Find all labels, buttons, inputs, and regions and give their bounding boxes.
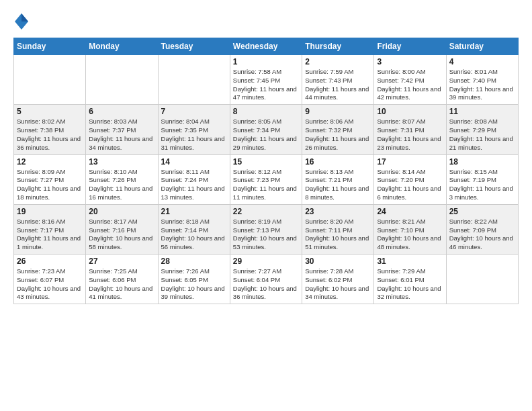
day-info: Sunrise: 8:06 AM Sunset: 7:32 PM Dayligh…	[305, 118, 371, 152]
day-number: 24	[377, 207, 443, 216]
calendar: SundayMondayTuesdayWednesdayThursdayFrid…	[13, 38, 519, 304]
calendar-cell: 3Sunrise: 8:00 AM Sunset: 7:42 PM Daylig…	[374, 55, 446, 105]
calendar-cell: 11Sunrise: 8:08 AM Sunset: 7:29 PM Dayli…	[446, 105, 518, 154]
day-number: 12	[17, 157, 83, 167]
day-info: Sunrise: 8:18 AM Sunset: 7:14 PM Dayligh…	[161, 218, 227, 252]
day-number: 16	[305, 157, 371, 167]
calendar-cell: 29Sunrise: 7:27 AM Sunset: 6:04 PM Dayli…	[230, 255, 302, 304]
calendar-row-1: 1Sunrise: 7:58 AM Sunset: 7:45 PM Daylig…	[14, 55, 519, 105]
calendar-cell: 14Sunrise: 8:11 AM Sunset: 7:24 PM Dayli…	[158, 154, 230, 204]
day-number: 5	[17, 107, 83, 116]
day-number: 6	[89, 107, 154, 116]
day-info: Sunrise: 8:10 AM Sunset: 7:26 PM Dayligh…	[89, 168, 154, 202]
weekday-header-monday: Monday	[86, 38, 158, 55]
day-number: 13	[89, 157, 154, 167]
logo-icon	[13, 12, 30, 31]
day-number: 31	[377, 257, 443, 266]
weekday-header-sunday: Sunday	[14, 38, 86, 55]
day-info: Sunrise: 8:08 AM Sunset: 7:29 PM Dayligh…	[449, 118, 515, 152]
day-info: Sunrise: 8:21 AM Sunset: 7:10 PM Dayligh…	[377, 218, 443, 252]
day-info: Sunrise: 8:01 AM Sunset: 7:40 PM Dayligh…	[449, 68, 515, 102]
day-info: Sunrise: 8:00 AM Sunset: 7:42 PM Dayligh…	[377, 68, 443, 102]
weekday-header-thursday: Thursday	[302, 38, 374, 55]
day-number: 29	[233, 257, 299, 266]
weekday-header-tuesday: Tuesday	[158, 38, 230, 55]
calendar-row-4: 19Sunrise: 8:16 AM Sunset: 7:17 PM Dayli…	[14, 204, 519, 254]
calendar-row-2: 5Sunrise: 8:02 AM Sunset: 7:38 PM Daylig…	[14, 105, 519, 154]
calendar-cell: 24Sunrise: 8:21 AM Sunset: 7:10 PM Dayli…	[374, 204, 446, 254]
calendar-cell	[446, 255, 518, 304]
calendar-cell	[14, 55, 86, 105]
calendar-cell: 5Sunrise: 8:02 AM Sunset: 7:38 PM Daylig…	[14, 105, 86, 154]
calendar-cell: 9Sunrise: 8:06 AM Sunset: 7:32 PM Daylig…	[302, 105, 374, 154]
day-number: 4	[449, 57, 515, 66]
day-info: Sunrise: 7:23 AM Sunset: 6:07 PM Dayligh…	[17, 267, 83, 302]
day-info: Sunrise: 8:20 AM Sunset: 7:11 PM Dayligh…	[305, 218, 371, 252]
calendar-cell: 13Sunrise: 8:10 AM Sunset: 7:26 PM Dayli…	[86, 154, 158, 204]
day-info: Sunrise: 7:29 AM Sunset: 6:01 PM Dayligh…	[377, 267, 443, 302]
calendar-cell: 19Sunrise: 8:16 AM Sunset: 7:17 PM Dayli…	[14, 204, 86, 254]
day-info: Sunrise: 8:13 AM Sunset: 7:21 PM Dayligh…	[305, 168, 371, 202]
calendar-row-5: 26Sunrise: 7:23 AM Sunset: 6:07 PM Dayli…	[14, 255, 519, 304]
day-number: 3	[377, 57, 443, 66]
day-info: Sunrise: 8:12 AM Sunset: 7:23 PM Dayligh…	[233, 168, 299, 202]
day-number: 27	[89, 257, 154, 266]
calendar-cell	[86, 55, 158, 105]
day-info: Sunrise: 8:04 AM Sunset: 7:35 PM Dayligh…	[161, 118, 227, 152]
weekday-header-wednesday: Wednesday	[230, 38, 302, 55]
day-number: 17	[377, 157, 443, 167]
day-number: 20	[89, 207, 154, 216]
day-info: Sunrise: 8:02 AM Sunset: 7:38 PM Dayligh…	[17, 118, 83, 152]
day-number: 30	[305, 257, 371, 266]
calendar-cell	[158, 55, 230, 105]
day-number: 14	[161, 157, 227, 167]
calendar-cell: 4Sunrise: 8:01 AM Sunset: 7:40 PM Daylig…	[446, 55, 518, 105]
day-number: 11	[449, 107, 515, 116]
day-info: Sunrise: 8:16 AM Sunset: 7:17 PM Dayligh…	[17, 218, 83, 252]
day-info: Sunrise: 7:28 AM Sunset: 6:02 PM Dayligh…	[305, 267, 371, 302]
day-info: Sunrise: 8:22 AM Sunset: 7:09 PM Dayligh…	[449, 218, 515, 252]
day-info: Sunrise: 8:17 AM Sunset: 7:16 PM Dayligh…	[89, 218, 154, 252]
day-info: Sunrise: 8:07 AM Sunset: 7:31 PM Dayligh…	[377, 118, 443, 152]
day-info: Sunrise: 8:09 AM Sunset: 7:27 PM Dayligh…	[17, 168, 83, 202]
calendar-cell: 20Sunrise: 8:17 AM Sunset: 7:16 PM Dayli…	[86, 204, 158, 254]
calendar-cell: 23Sunrise: 8:20 AM Sunset: 7:11 PM Dayli…	[302, 204, 374, 254]
day-info: Sunrise: 7:25 AM Sunset: 6:06 PM Dayligh…	[89, 267, 154, 302]
day-number: 7	[161, 107, 227, 116]
day-number: 10	[377, 107, 443, 116]
page: SundayMondayTuesdayWednesdayThursdayFrid…	[0, 0, 532, 411]
day-info: Sunrise: 7:59 AM Sunset: 7:43 PM Dayligh…	[305, 68, 371, 102]
day-number: 23	[305, 207, 371, 216]
logo	[13, 11, 31, 31]
day-number: 1	[233, 57, 299, 66]
day-info: Sunrise: 8:15 AM Sunset: 7:19 PM Dayligh…	[449, 168, 515, 202]
calendar-cell: 28Sunrise: 7:26 AM Sunset: 6:05 PM Dayli…	[158, 255, 230, 304]
day-number: 26	[17, 257, 83, 266]
day-number: 21	[161, 207, 227, 216]
calendar-cell: 21Sunrise: 8:18 AM Sunset: 7:14 PM Dayli…	[158, 204, 230, 254]
day-number: 25	[449, 207, 515, 216]
weekday-header-row: SundayMondayTuesdayWednesdayThursdayFrid…	[14, 38, 519, 55]
day-number: 22	[233, 207, 299, 216]
calendar-cell: 15Sunrise: 8:12 AM Sunset: 7:23 PM Dayli…	[230, 154, 302, 204]
day-info: Sunrise: 7:26 AM Sunset: 6:05 PM Dayligh…	[161, 267, 227, 302]
svg-marker-1	[21, 13, 28, 21]
day-number: 8	[233, 107, 299, 116]
calendar-cell: 12Sunrise: 8:09 AM Sunset: 7:27 PM Dayli…	[14, 154, 86, 204]
calendar-cell: 8Sunrise: 8:05 AM Sunset: 7:34 PM Daylig…	[230, 105, 302, 154]
calendar-cell: 30Sunrise: 7:28 AM Sunset: 6:02 PM Dayli…	[302, 255, 374, 304]
calendar-row-3: 12Sunrise: 8:09 AM Sunset: 7:27 PM Dayli…	[14, 154, 519, 204]
calendar-cell: 16Sunrise: 8:13 AM Sunset: 7:21 PM Dayli…	[302, 154, 374, 204]
day-info: Sunrise: 7:58 AM Sunset: 7:45 PM Dayligh…	[233, 68, 299, 102]
day-info: Sunrise: 8:11 AM Sunset: 7:24 PM Dayligh…	[161, 168, 227, 202]
calendar-cell: 25Sunrise: 8:22 AM Sunset: 7:09 PM Dayli…	[446, 204, 518, 254]
day-info: Sunrise: 8:03 AM Sunset: 7:37 PM Dayligh…	[89, 118, 154, 152]
calendar-cell: 7Sunrise: 8:04 AM Sunset: 7:35 PM Daylig…	[158, 105, 230, 154]
calendar-cell: 1Sunrise: 7:58 AM Sunset: 7:45 PM Daylig…	[230, 55, 302, 105]
calendar-cell: 18Sunrise: 8:15 AM Sunset: 7:19 PM Dayli…	[446, 154, 518, 204]
header	[13, 11, 519, 31]
calendar-cell: 17Sunrise: 8:14 AM Sunset: 7:20 PM Dayli…	[374, 154, 446, 204]
calendar-cell: 2Sunrise: 7:59 AM Sunset: 7:43 PM Daylig…	[302, 55, 374, 105]
day-info: Sunrise: 8:05 AM Sunset: 7:34 PM Dayligh…	[233, 118, 299, 152]
calendar-cell: 31Sunrise: 7:29 AM Sunset: 6:01 PM Dayli…	[374, 255, 446, 304]
